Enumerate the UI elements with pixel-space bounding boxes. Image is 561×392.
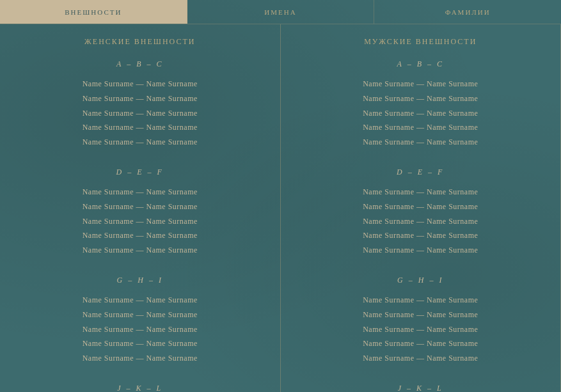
right-group-ghi: G – H – I Name Surname — Name Surname Na…	[300, 276, 542, 366]
tab-imena[interactable]: ИМЕНА	[187, 0, 375, 24]
list-item[interactable]: Name Surname — Name Surname	[19, 336, 261, 351]
list-item[interactable]: Name Surname — Name Surname	[300, 135, 542, 150]
left-heading-jkl: J – K – L	[19, 384, 261, 392]
right-group-def: D – E – F Name Surname — Name Surname Na…	[300, 168, 542, 258]
left-group-ghi: G – H – I Name Surname — Name Surname Na…	[19, 276, 261, 366]
tab-bar: ВНЕШНОСТИ ИМЕНА ФАМИЛИИ	[0, 0, 561, 24]
list-item[interactable]: Name Surname — Name Surname	[19, 91, 261, 106]
left-heading-def: D – E – F	[19, 168, 261, 177]
left-group-abc: A – B – C Name Surname — Name Surname Na…	[19, 59, 261, 150]
list-item[interactable]: Name Surname — Name Surname	[19, 351, 261, 366]
left-heading-abc: A – B – C	[19, 59, 261, 69]
list-item[interactable]: Name Surname — Name Surname	[19, 322, 261, 337]
list-item[interactable]: Name Surname — Name Surname	[300, 351, 542, 366]
right-section-title: МУЖСКИЕ ВНЕШНОСТИ	[300, 37, 542, 47]
list-item[interactable]: Name Surname — Name Surname	[300, 293, 542, 308]
page: ВНЕШНОСТИ ИМЕНА ФАМИЛИИ ЖЕНСКИЕ ВНЕШНОСТ…	[0, 0, 561, 392]
right-heading-def: D – E – F	[300, 168, 542, 177]
list-item[interactable]: Name Surname — Name Surname	[19, 308, 261, 322]
list-item[interactable]: Name Surname — Name Surname	[300, 185, 542, 200]
list-item[interactable]: Name Surname — Name Surname	[300, 77, 542, 91]
list-item[interactable]: Name Surname — Name Surname	[19, 135, 261, 150]
tab-imena-label: ИМЕНА	[264, 8, 296, 16]
right-heading-abc: A – B – C	[300, 59, 542, 69]
right-column: МУЖСКИЕ ВНЕШНОСТИ A – B – C Name Surname…	[281, 24, 562, 392]
left-heading-ghi: G – H – I	[19, 276, 261, 285]
right-heading-ghi: G – H – I	[300, 276, 542, 285]
list-item[interactable]: Name Surname — Name Surname	[300, 120, 542, 135]
list-item[interactable]: Name Surname — Name Surname	[300, 200, 542, 214]
list-item[interactable]: Name Surname — Name Surname	[19, 214, 261, 229]
list-item[interactable]: Name Surname — Name Surname	[300, 336, 542, 351]
list-item[interactable]: Name Surname — Name Surname	[19, 106, 261, 121]
list-item[interactable]: Name Surname — Name Surname	[300, 106, 542, 121]
left-section-title: ЖЕНСКИЕ ВНЕШНОСТИ	[19, 37, 261, 47]
list-item[interactable]: Name Surname — Name Surname	[19, 200, 261, 214]
tab-familii[interactable]: ФАМИЛИИ	[374, 0, 561, 24]
list-item[interactable]: Name Surname — Name Surname	[300, 214, 542, 229]
left-group-jkl: J – K – L	[19, 384, 261, 392]
list-item[interactable]: Name Surname — Name Surname	[19, 77, 261, 91]
list-item[interactable]: Name Surname — Name Surname	[19, 293, 261, 308]
right-heading-jkl: J – K – L	[300, 384, 542, 392]
main-content: ЖЕНСКИЕ ВНЕШНОСТИ A – B – C Name Surname…	[0, 24, 561, 392]
list-item[interactable]: Name Surname — Name Surname	[300, 322, 542, 337]
tab-vneshnosti-label: ВНЕШНОСТИ	[65, 8, 122, 16]
list-item[interactable]: Name Surname — Name Surname	[19, 243, 261, 258]
list-item[interactable]: Name Surname — Name Surname	[19, 120, 261, 135]
right-group-jkl: J – K – L	[300, 384, 542, 392]
list-item[interactable]: Name Surname — Name Surname	[19, 185, 261, 200]
list-item[interactable]: Name Surname — Name Surname	[300, 243, 542, 258]
left-group-def: D – E – F Name Surname — Name Surname Na…	[19, 168, 261, 258]
tab-familii-label: ФАМИЛИИ	[445, 8, 491, 16]
list-item[interactable]: Name Surname — Name Surname	[300, 308, 542, 322]
left-column: ЖЕНСКИЕ ВНЕШНОСТИ A – B – C Name Surname…	[0, 24, 281, 392]
list-item[interactable]: Name Surname — Name Surname	[300, 228, 542, 243]
list-item[interactable]: Name Surname — Name Surname	[19, 228, 261, 243]
tab-vneshnosti[interactable]: ВНЕШНОСТИ	[0, 0, 187, 24]
right-group-abc: A – B – C Name Surname — Name Surname Na…	[300, 59, 542, 150]
list-item[interactable]: Name Surname — Name Surname	[300, 91, 542, 106]
